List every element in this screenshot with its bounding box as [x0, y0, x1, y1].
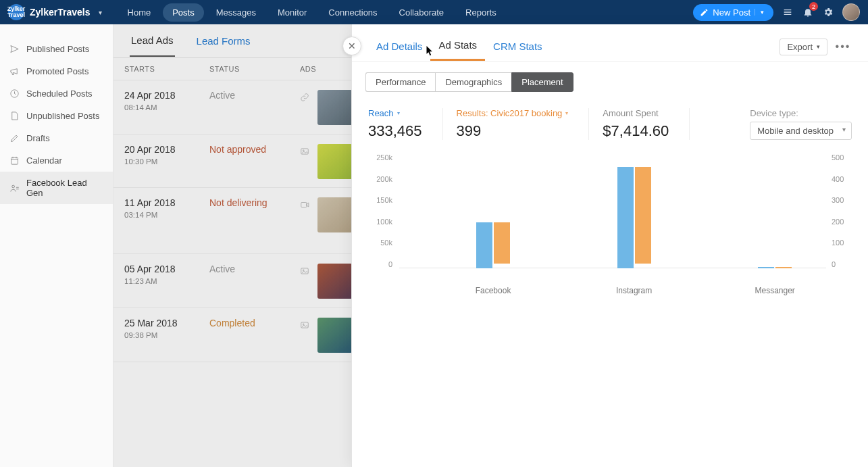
subtab-placement[interactable]: Placement: [511, 72, 573, 92]
new-post-label: New Post: [713, 7, 750, 18]
brand-name: ZylkerTravels: [30, 7, 91, 18]
sidebar-item-drafts[interactable]: Drafts: [0, 127, 113, 149]
y-tick-left: 50k: [369, 239, 392, 247]
header-starts: STARTS: [124, 65, 209, 73]
header-status: STATUS: [209, 65, 300, 73]
metric-spent: Amount Spent $7,414.60: [603, 108, 690, 140]
post-start: 05 Apr 201811:23 AM: [124, 264, 209, 301]
y-axis-left: 250k200k150k100k50k0: [369, 153, 392, 268]
calendar-icon: [9, 155, 20, 166]
tab-lead-forms[interactable]: Lead Forms: [195, 26, 252, 56]
bar-results: [494, 222, 510, 264]
sidebar-item-label: Calendar: [26, 155, 62, 166]
image-icon: [300, 266, 309, 276]
export-label: Export: [787, 42, 813, 52]
x-label: Instagram: [616, 286, 652, 295]
y-tick-right: 100: [832, 239, 850, 247]
lead-icon: [9, 183, 20, 193]
nav-item-messages[interactable]: Messages: [207, 3, 265, 22]
svg-point-2: [12, 185, 15, 188]
post-thumbnail: [317, 197, 353, 232]
subtab-demographics[interactable]: Demographics: [435, 72, 511, 92]
svg-rect-5: [301, 203, 307, 207]
subtabs: Performance Demographics Placement: [352, 62, 868, 95]
post-time: 08:14 AM: [124, 103, 209, 112]
more-icon[interactable]: •••: [834, 38, 852, 55]
nav-item-collaborate[interactable]: Collaborate: [390, 3, 454, 22]
sidebar-item-label: Promoted Posts: [26, 66, 89, 76]
sidebar-item-unpublished-posts[interactable]: Unpublished Posts: [0, 105, 113, 127]
device-filter-label: Device type:: [750, 108, 852, 118]
post-date: 25 Mar 2018: [124, 318, 209, 328]
x-label: Facebook: [476, 286, 511, 295]
nav-item-home[interactable]: Home: [118, 3, 161, 22]
close-icon: ✕: [348, 41, 356, 51]
nav-item-monitor[interactable]: Monitor: [268, 3, 316, 22]
gear-icon[interactable]: [822, 6, 834, 18]
post-start: 20 Apr 201810:30 PM: [124, 144, 209, 181]
bell-icon[interactable]: 2: [802, 6, 814, 18]
brand[interactable]: Zylker Travel ZylkerTravels ▾: [8, 4, 102, 20]
post-time: 10:30 PM: [124, 157, 209, 166]
y-tick-left: 150k: [369, 196, 392, 204]
metric-results-label: Results: Civic2017 booking: [457, 108, 563, 118]
export-button[interactable]: Export ▾: [780, 39, 827, 55]
metric-reach-label: Reach: [368, 108, 394, 118]
y-tick-right: 0: [832, 260, 850, 268]
avatar[interactable]: [842, 3, 860, 21]
close-panel-button[interactable]: ✕: [342, 36, 361, 55]
tab-ad-stats[interactable]: Ad Stats: [430, 32, 485, 61]
metric-reach[interactable]: Reach▾ 333,465: [368, 108, 443, 140]
post-status: Completed: [209, 318, 300, 355]
metric-results[interactable]: Results: Civic2017 booking▾ 399: [457, 108, 590, 140]
notification-badge: 2: [809, 2, 818, 11]
post-start: 24 Apr 201808:14 AM: [124, 90, 209, 127]
brand-logo: Zylker Travel: [8, 4, 24, 20]
clock-icon: [9, 89, 20, 99]
post-date: 05 Apr 2018: [124, 264, 209, 274]
y-tick-left: 200k: [369, 175, 392, 183]
placement-chart: 250k200k150k100k50k0 5004003002001000 Fa…: [369, 153, 850, 289]
new-post-button[interactable]: New Post ▾: [693, 4, 773, 21]
post-time: 11:23 AM: [124, 277, 209, 285]
bar-reach: [758, 267, 774, 268]
video-icon: [300, 200, 309, 210]
sidebar-item-scheduled-posts[interactable]: Scheduled Posts: [0, 82, 113, 105]
pencil-icon: [9, 133, 20, 143]
sidebar-item-label: Unpublished Posts: [26, 111, 99, 121]
sidebar-item-promoted-posts[interactable]: Promoted Posts: [0, 60, 113, 82]
tab-lead-ads[interactable]: Lead Ads: [130, 25, 175, 57]
device-select[interactable]: Mobile and desktop: [750, 122, 852, 140]
tab-ad-details[interactable]: Ad Details: [368, 34, 430, 60]
sidebar-item-facebook-lead-gen[interactable]: Facebook Lead Gen: [0, 172, 113, 204]
bars-messanger: [758, 267, 792, 268]
y-axis-right: 5004003002001000: [832, 153, 850, 268]
chevron-down-icon[interactable]: ▾: [99, 9, 102, 16]
nav-item-posts[interactable]: Posts: [163, 3, 204, 22]
metric-spent-value: $7,414.60: [603, 122, 669, 140]
post-time: 03:14 PM: [124, 211, 209, 219]
nav-item-connections[interactable]: Connections: [319, 3, 386, 22]
y-tick-left: 100k: [369, 218, 392, 226]
post-status: Not delivering: [209, 197, 300, 247]
megaphone-icon: [9, 66, 20, 76]
y-tick-right: 200: [832, 218, 850, 226]
topbar-right: New Post ▾ 2: [693, 3, 860, 21]
link-icon: [300, 93, 309, 102]
y-tick-left: 0: [369, 260, 392, 268]
sidebar-item-calendar[interactable]: Calendar: [0, 149, 113, 172]
chart-container: 250k200k150k100k50k0 5004003002001000 Fa…: [352, 147, 868, 302]
metric-results-value: 399: [457, 122, 569, 140]
nav-item-reports[interactable]: Reports: [456, 3, 506, 22]
post-status: Active: [209, 264, 300, 301]
x-label: Messanger: [755, 286, 794, 295]
tab-crm-stats[interactable]: CRM Stats: [485, 34, 551, 60]
bar-results: [775, 267, 792, 268]
menu-lines-icon[interactable]: [782, 6, 794, 18]
post-start: 25 Mar 201809:38 PM: [124, 318, 209, 355]
chevron-down-icon[interactable]: ▾: [755, 9, 764, 16]
bars-instagram: [617, 167, 651, 268]
sidebar-item-label: Drafts: [26, 133, 50, 143]
subtab-performance[interactable]: Performance: [365, 72, 435, 92]
sidebar-item-published-posts[interactable]: Published Posts: [0, 38, 113, 60]
